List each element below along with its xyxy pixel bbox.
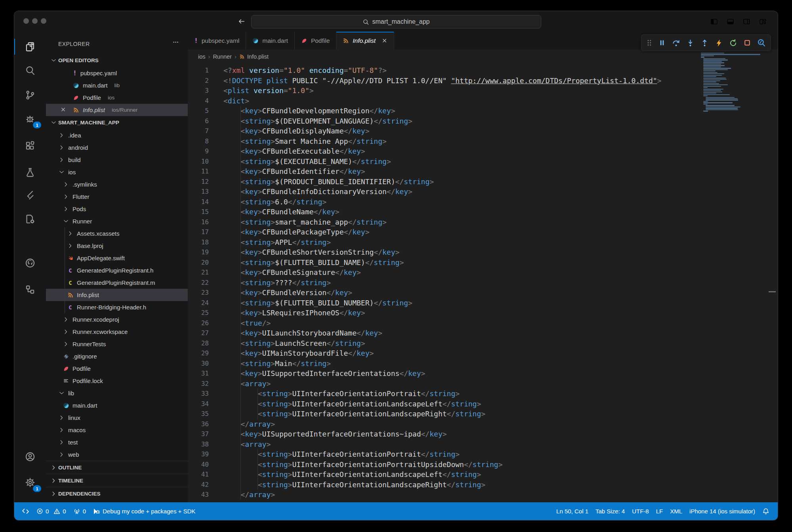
tree-item-Runner.xcodeproj[interactable]: Runner.xcodeproj — [46, 313, 188, 326]
tab-Podfile[interactable]: Podfile — [295, 32, 336, 50]
tree-item-Podfile.lock[interactable]: Podfile.lock — [46, 375, 188, 387]
code-line-32[interactable]: 32 <array> — [188, 379, 778, 389]
statusbar-language-mode[interactable]: XML — [666, 502, 686, 520]
section-dependencies[interactable]: DEPENDENCIES — [46, 487, 188, 500]
project-root-header[interactable]: SMART_MACHINE_APP — [46, 116, 188, 129]
tree-item-ios[interactable]: ios — [46, 166, 188, 178]
explorer-icon[interactable] — [14, 36, 46, 57]
statusbar-device[interactable]: iPhone 14 (ios simulator) — [686, 502, 759, 520]
tree-item-Flutter[interactable]: Flutter — [46, 191, 188, 203]
step-over-icon[interactable] — [672, 39, 680, 47]
tree-item-test[interactable]: test — [46, 436, 188, 448]
tree-item-GeneratedPluginRegistrant.h[interactable]: CGeneratedPluginRegistrant.h — [46, 264, 188, 276]
extensions-icon[interactable] — [14, 135, 46, 156]
code-line-37[interactable]: 37 <key>UISupportedInterfaceOrientations… — [188, 429, 778, 439]
tree-item-main.dart[interactable]: main.dart — [46, 399, 188, 412]
accounts-icon[interactable] — [14, 446, 46, 467]
references-icon[interactable] — [14, 279, 46, 300]
code-line-22[interactable]: 22 <string>????</string> — [188, 278, 778, 288]
tree-item-Info.plist[interactable]: Info.plist — [46, 289, 188, 301]
code-line-14[interactable]: 14 <string>6.0</string> — [188, 197, 778, 207]
code-line-11[interactable]: 11 <key>CFBundleIdentifier</key> — [188, 166, 778, 177]
tree-item-lib[interactable]: lib — [46, 387, 188, 399]
open-editor-Podfile[interactable]: Podfileios — [46, 92, 188, 104]
breadcrumb-Info.plist[interactable]: Info.plist — [239, 53, 269, 60]
open-editor-main.dart[interactable]: main.dartlib — [46, 79, 188, 92]
statusbar-notifications[interactable] — [759, 502, 773, 520]
code-line-39[interactable]: 39 <string>UIInterfaceOrientationPortrai… — [188, 449, 778, 460]
minimap[interactable] — [701, 53, 764, 112]
code-line-4[interactable]: 4<dict> — [188, 96, 778, 106]
code-line-7[interactable]: 7 <key>CFBundleDisplayName</key> — [188, 126, 778, 136]
code-line-19[interactable]: 19 <key>CFBundleShortVersionString</key> — [188, 247, 778, 257]
tree-item-Runner[interactable]: Runner — [46, 215, 188, 227]
tree-item-Runner.xcworkspace[interactable]: Runner.xcworkspace — [46, 326, 188, 338]
tree-item-Podfile[interactable]: Podfile — [46, 362, 188, 375]
tree-item-.symlinks[interactable]: .symlinks — [46, 178, 188, 191]
open-editors-header[interactable]: OPEN EDITORS — [46, 54, 188, 67]
code-line-23[interactable]: 23 <key>CFBundleVersion</key> — [188, 288, 778, 298]
traffic-light-minimize[interactable] — [32, 18, 38, 24]
tree-item-linux[interactable]: linux — [46, 412, 188, 424]
tab-Info.plist[interactable]: Info.plist — [336, 32, 394, 50]
code-line-41[interactable]: 41 <string>UIInterfaceOrientationLandsca… — [188, 469, 778, 480]
code-line-1[interactable]: 1<?xml version="1.0" encoding="UTF-8"?> — [188, 65, 778, 76]
toggle-secondary-sidebar-icon[interactable] — [743, 18, 750, 25]
run-debug-icon[interactable]: 1 — [14, 109, 46, 129]
customize-layout-icon[interactable] — [759, 18, 767, 25]
code-line-28[interactable]: 28 <string>LaunchScreen</string> — [188, 338, 778, 349]
code-line-43[interactable]: 43 </array> — [188, 490, 778, 500]
tree-item-RunnerTests[interactable]: RunnerTests — [46, 338, 188, 350]
code-line-21[interactable]: 21 <key>CFBundleSignature</key> — [188, 267, 778, 278]
settings-icon[interactable]: 1 — [14, 472, 46, 493]
statusbar-debug-config[interactable]: Debug my code + packages + SDK — [90, 502, 199, 520]
code-line-20[interactable]: 20 <string>$(FLUTTER_BUILD_NAME)</string… — [188, 257, 778, 268]
tree-item-Base.lproj[interactable]: Base.lproj — [46, 240, 188, 252]
tree-item-android[interactable]: android — [46, 141, 188, 154]
code-line-31[interactable]: 31 <key>UISupportedInterfaceOrientations… — [188, 368, 778, 379]
code-line-29[interactable]: 29 <key>UIMainStoryboardFile</key> — [188, 348, 778, 358]
testing-icon[interactable] — [14, 162, 46, 183]
tree-item-web[interactable]: web — [46, 448, 188, 461]
stop-icon[interactable] — [743, 39, 751, 47]
code-line-17[interactable]: 17 <key>CFBundlePackageType</key> — [188, 227, 778, 237]
tab-main.dart[interactable]: main.dart — [246, 32, 295, 50]
code-line-34[interactable]: 34 <string>UIInterfaceOrientationLandsca… — [188, 399, 778, 409]
section-outline[interactable]: OUTLINE — [46, 461, 188, 474]
file-settings-icon[interactable] — [14, 209, 46, 229]
toggle-sidebar-icon[interactable] — [710, 18, 718, 25]
tree-item-.idea[interactable]: .idea — [46, 129, 188, 141]
pause-icon[interactable] — [658, 39, 666, 47]
statusbar-problems[interactable]: 00 — [33, 502, 70, 520]
tree-item-.gitignore[interactable]: .gitignore — [46, 350, 188, 362]
step-out-icon[interactable] — [700, 39, 709, 47]
code-line-36[interactable]: 36 </array> — [188, 419, 778, 429]
code-line-12[interactable]: 12 <string>$(PRODUCT_BUNDLE_IDENTIFIER)<… — [188, 177, 778, 187]
code-line-38[interactable]: 38 <array> — [188, 439, 778, 450]
code-line-16[interactable]: 16 <string>smart_machine_app</string> — [188, 217, 778, 227]
back-arrow-icon[interactable] — [238, 17, 246, 25]
section-timeline[interactable]: TIMELINE — [46, 474, 188, 487]
tree-item-Runner-Bridging-Header.h[interactable]: CRunner-Bridging-Header.h — [46, 301, 188, 313]
traffic-light-zoom[interactable] — [41, 18, 46, 24]
code-line-13[interactable]: 13 <key>CFBundleInfoDictionaryVersion</k… — [188, 187, 778, 197]
code-line-33[interactable]: 33 <string>UIInterfaceOrientationPortrai… — [188, 389, 778, 399]
code-line-24[interactable]: 24 <string>$(FLUTTER_BUILD_NUMBER)</stri… — [188, 298, 778, 308]
tree-item-build[interactable]: build — [46, 154, 188, 166]
code-line-3[interactable]: 3<plist version="1.0"> — [188, 86, 778, 96]
open-editor-pubspec.yaml[interactable]: !pubspec.yaml — [46, 67, 188, 79]
code-line-40[interactable]: 40 <string>UIInterfaceOrientationPortrai… — [188, 460, 778, 470]
close-icon[interactable] — [382, 38, 387, 44]
code-line-8[interactable]: 8 <string>Smart Machine App</string> — [188, 136, 778, 147]
restart-icon[interactable] — [729, 39, 737, 47]
tree-item-macos[interactable]: macos — [46, 424, 188, 436]
statusbar-encoding[interactable]: UTF-8 — [628, 502, 653, 520]
toggle-panel-icon[interactable] — [727, 18, 734, 25]
tree-item-AppDelegate.swift[interactable]: AppDelegate.swift — [46, 252, 188, 264]
statusbar-eol[interactable]: LF — [653, 502, 667, 520]
close-icon[interactable] — [60, 107, 66, 113]
hot-reload-icon[interactable] — [715, 39, 723, 47]
code-line-30[interactable]: 30 <string>Main</string> — [188, 358, 778, 369]
tree-item-GeneratedPluginRegistrant.m[interactable]: CGeneratedPluginRegistrant.m — [46, 276, 188, 289]
code-editor[interactable]: 1<?xml version="1.0" encoding="UTF-8"?>2… — [188, 64, 778, 502]
